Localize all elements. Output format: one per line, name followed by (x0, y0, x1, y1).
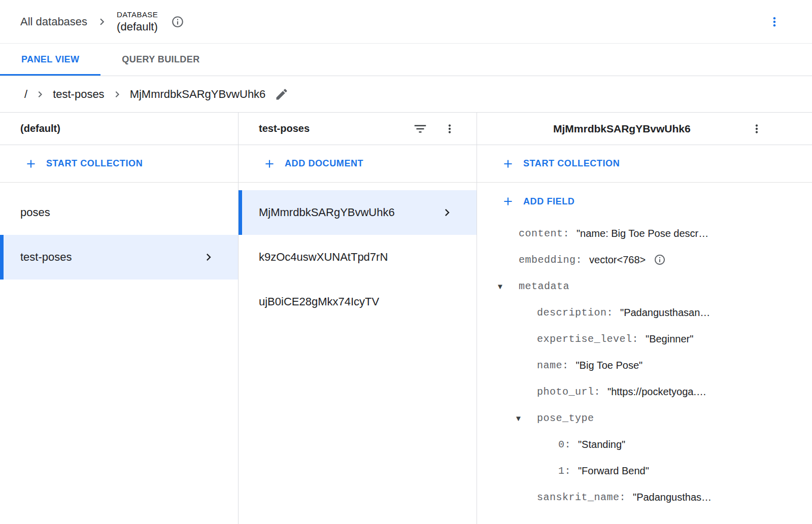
document-row[interactable]: ujB0iCE28gMkx74IcyTV (239, 280, 477, 324)
add-field-button[interactable]: ADD FIELD (477, 183, 812, 220)
collection-row[interactable]: test-poses (0, 235, 238, 280)
field-value: "name: Big Toe Pose descr… (577, 228, 708, 239)
document-id: ujB0iCE28gMkx74IcyTV (259, 295, 379, 308)
document-row[interactable]: MjMmrdbkSARgYBvwUhk6 (239, 190, 477, 235)
document-panel-header: MjMmrdbkSARgYBvwUhk6 (477, 113, 812, 145)
field-key: content: (519, 228, 569, 239)
field-row[interactable]: photo_url: "https://pocketyoga.… (477, 378, 812, 405)
path-collection[interactable]: test-poses (53, 88, 105, 101)
database-more-menu-icon[interactable] (767, 15, 782, 29)
database-name: (default) (117, 20, 158, 34)
field-row[interactable]: description: "Padangusthasan… (477, 299, 812, 326)
resource-path-bar: / test-poses MjMmrdbkSARgYBvwUhk6 (0, 76, 812, 113)
tab-query-builder[interactable]: QUERY BUILDER (100, 44, 221, 76)
field-key: photo_url: (537, 386, 600, 398)
field-row[interactable]: 1: "Forward Bend" (477, 458, 812, 484)
field-value: "Beginner" (646, 333, 693, 345)
document-row[interactable]: k9zOc4uswXUNAtTpd7rN (239, 235, 477, 280)
field-value: "Padangusthasan… (620, 307, 710, 319)
start-collection-label: START COLLECTION (523, 158, 620, 169)
field-value: "Standing" (578, 439, 625, 450)
database-panel-title: (default) (20, 123, 60, 134)
field-row[interactable]: ▼ metadata (477, 273, 812, 299)
field-key: expertise_level: (537, 333, 638, 345)
collection-panel-header: test-poses (239, 113, 477, 145)
field-key: name: (537, 360, 569, 371)
document-fields: content: "name: Big Toe Pose descr… embe… (477, 220, 812, 510)
chevron-right-icon (34, 88, 46, 100)
field-value: "https://pocketyoga.… (607, 386, 706, 398)
field-key: sanskrit_name: (537, 492, 626, 503)
tab-panel-view[interactable]: PANEL VIEW (0, 44, 100, 76)
field-row[interactable]: expertise_level: "Beginner" (477, 326, 812, 352)
chevron-right-icon (440, 205, 454, 220)
documents-list: MjMmrdbkSARgYBvwUhk6 k9zOc4uswXUNAtTpd7r… (239, 183, 477, 324)
plus-icon (263, 157, 276, 170)
start-collection-button[interactable]: START COLLECTION (477, 145, 812, 183)
add-field-label: ADD FIELD (523, 196, 574, 207)
field-row[interactable]: ▼ pose_type (477, 405, 812, 431)
firestore-panels: (default) START COLLECTION poses test-po… (0, 113, 812, 524)
collection-panel: test-poses ADD DOCUMENT MjMmrdbkSARgYBvw… (239, 113, 477, 524)
document-panel: MjMmrdbkSARgYBvwUhk6 START COLLECTION AD… (477, 113, 812, 524)
chevron-right-icon (111, 88, 123, 100)
path-root[interactable]: / (24, 88, 27, 101)
field-key: metadata (519, 281, 569, 292)
document-panel-title: MjMmrdbkSARgYBvwUhk6 (553, 123, 691, 135)
plus-icon (501, 157, 515, 170)
field-row[interactable]: 0: "Standing" (477, 431, 812, 458)
document-more-menu-icon[interactable] (750, 122, 763, 135)
path-document: MjMmrdbkSARgYBvwUhk6 (130, 88, 266, 101)
collection-name: test-poses (20, 251, 72, 264)
field-key: description: (537, 307, 613, 319)
filter-icon[interactable] (413, 121, 428, 136)
collection-row[interactable]: poses (0, 190, 238, 235)
field-row[interactable]: name: "Big Toe Pose" (477, 352, 812, 378)
field-value: "Forward Bend" (578, 465, 649, 477)
field-key: 1: (558, 465, 571, 477)
add-document-label: ADD DOCUMENT (285, 158, 363, 169)
edit-pencil-icon[interactable] (275, 87, 289, 101)
document-id: MjMmrdbkSARgYBvwUhk6 (259, 206, 395, 219)
info-icon[interactable] (171, 15, 184, 28)
field-row[interactable]: content: "name: Big Toe Pose descr… (477, 220, 812, 247)
database-breadcrumb: All databases DATABASE (default) (20, 10, 184, 34)
database-label: DATABASE (117, 10, 158, 20)
collection-more-menu-icon[interactable] (443, 122, 456, 135)
start-collection-button[interactable]: START COLLECTION (0, 145, 238, 183)
field-key: 0: (558, 439, 571, 450)
chevron-right-icon (201, 250, 216, 264)
field-value: "Big Toe Pose" (576, 360, 643, 371)
chevron-right-icon (95, 15, 109, 28)
all-databases-link[interactable]: All databases (20, 15, 87, 28)
document-id: k9zOc4uswXUNAtTpd7rN (259, 251, 388, 264)
collapse-arrow-icon[interactable]: ▼ (496, 282, 519, 291)
field-value: vector<768> (589, 254, 646, 266)
start-collection-label: START COLLECTION (46, 158, 143, 169)
database-panel-header: (default) (0, 113, 238, 145)
database-panel: (default) START COLLECTION poses test-po… (0, 113, 239, 524)
collection-panel-title: test-poses (259, 123, 310, 134)
add-document-button[interactable]: ADD DOCUMENT (239, 145, 477, 183)
plus-icon (501, 195, 515, 208)
info-icon[interactable] (654, 254, 666, 266)
field-value: "Padangusthas… (633, 492, 712, 503)
plus-icon (24, 157, 38, 170)
field-key: embedding: (519, 254, 582, 266)
collapse-arrow-icon[interactable]: ▼ (515, 414, 537, 423)
view-tabs: PANEL VIEW QUERY BUILDER (0, 44, 812, 76)
collections-list: poses test-poses (0, 183, 238, 280)
topbar: All databases DATABASE (default) (0, 0, 812, 44)
field-row[interactable]: embedding: vector<768> (477, 247, 812, 273)
database-title-block: DATABASE (default) (117, 10, 158, 34)
collection-name: poses (20, 206, 50, 219)
field-key: pose_type (537, 412, 594, 424)
field-row[interactable]: sanskrit_name: "Padangusthas… (477, 484, 812, 510)
